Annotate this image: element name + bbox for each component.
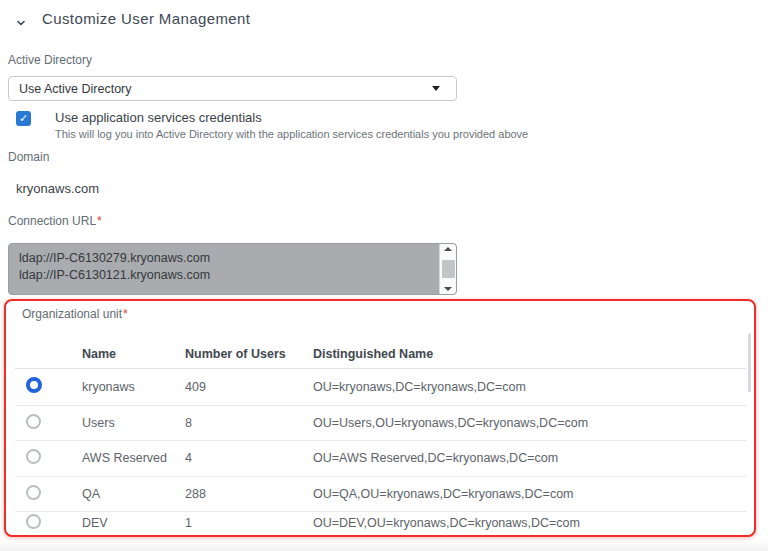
connection-url-values: ldap://IP-C6130279.kryonaws.com ldap://I… (19, 250, 434, 284)
connection-url-label: Connection URL* (8, 214, 102, 228)
organizational-unit-section: Organizational unit* Name Number of User… (4, 299, 756, 537)
scroll-down-icon[interactable] (444, 287, 452, 291)
chevron-down-icon[interactable] (16, 14, 26, 24)
radio-button[interactable] (26, 485, 41, 500)
ou-distinguished-name: OU=Users,OU=kryonaws,DC=kryonaws,DC=com (313, 416, 746, 430)
table-header-row: Name Number of Users Distinguished Name (15, 339, 746, 368)
application-credentials-label[interactable]: Use application services credentials (55, 110, 528, 125)
application-credentials-option: ✓ Use application services credentials T… (16, 110, 528, 140)
ou-name: AWS Reserved (82, 451, 185, 465)
active-directory-label: Active Directory (8, 53, 92, 67)
table-row[interactable]: Users 8 OU=Users,OU=kryonaws,DC=kryonaws… (15, 405, 746, 441)
scrollbar-thumb[interactable] (442, 260, 455, 278)
connection-url-textarea[interactable]: ldap://IP-C6130279.kryonaws.com ldap://I… (8, 243, 457, 295)
table-row[interactable]: QA 288 OU=QA,OU=kryonaws,DC=kryonaws,DC=… (15, 476, 746, 512)
active-directory-selected-value: Use Active Directory (19, 82, 432, 96)
select-caret-icon (432, 86, 440, 91)
scroll-up-icon[interactable] (444, 247, 452, 251)
required-asterisk: * (123, 307, 128, 321)
application-credentials-checkbox[interactable]: ✓ (16, 111, 31, 126)
column-header-name: Name (82, 347, 185, 361)
radio-button[interactable] (26, 377, 42, 393)
required-asterisk: * (97, 214, 102, 228)
domain-value: kryonaws.com (16, 181, 99, 196)
ou-user-count: 8 (185, 416, 313, 430)
table-row[interactable]: kryonaws 409 OU=kryonaws,DC=kryonaws,DC=… (15, 369, 746, 405)
ou-user-count: 1 (185, 516, 313, 530)
page-title: Customize User Management (42, 10, 250, 27)
column-header-dn: Distinguished Name (313, 347, 746, 361)
ou-user-count: 288 (185, 487, 313, 501)
ou-user-count: 4 (185, 451, 313, 465)
textarea-scrollbar[interactable] (439, 244, 456, 294)
active-directory-select[interactable]: Use Active Directory (8, 76, 457, 101)
ou-distinguished-name: OU=QA,OU=kryonaws,DC=kryonaws,DC=com (313, 487, 746, 501)
application-credentials-description: This will log you into Active Directory … (55, 128, 528, 140)
column-header-users: Number of Users (185, 347, 313, 361)
ou-distinguished-name: OU=DEV,OU=kryonaws,DC=kryonaws,DC=com (313, 516, 746, 530)
organizational-unit-table: kryonaws 409 OU=kryonaws,DC=kryonaws,DC=… (15, 368, 746, 534)
ou-distinguished-name: OU=kryonaws,DC=kryonaws,DC=com (313, 380, 746, 394)
table-scrollbar-thumb[interactable] (748, 333, 751, 392)
connection-url-line: ldap://IP-C6130121.kryonaws.com (19, 267, 434, 284)
radio-button[interactable] (26, 514, 41, 529)
ou-name: DEV (82, 516, 185, 530)
ou-user-count: 409 (185, 380, 313, 394)
user-management-settings-panel: Customize User Management Active Directo… (0, 0, 768, 551)
domain-label: Domain (8, 150, 49, 164)
table-row[interactable]: AWS Reserved 4 OU=AWS Reserved,DC=kryona… (15, 440, 746, 476)
section-header: Customize User Management (16, 10, 250, 27)
table-row[interactable]: DEV 1 OU=DEV,OU=kryonaws,DC=kryonaws,DC=… (15, 511, 746, 534)
radio-button[interactable] (26, 414, 41, 429)
organizational-unit-label: Organizational unit* (22, 307, 128, 321)
ou-distinguished-name: OU=AWS Reserved,DC=kryonaws,DC=com (313, 451, 746, 465)
radio-button[interactable] (26, 449, 41, 464)
ou-name: QA (82, 487, 185, 501)
ou-name: Users (82, 416, 185, 430)
ou-name: kryonaws (82, 380, 185, 394)
section-divider (0, 541, 768, 551)
connection-url-line: ldap://IP-C6130279.kryonaws.com (19, 250, 434, 267)
